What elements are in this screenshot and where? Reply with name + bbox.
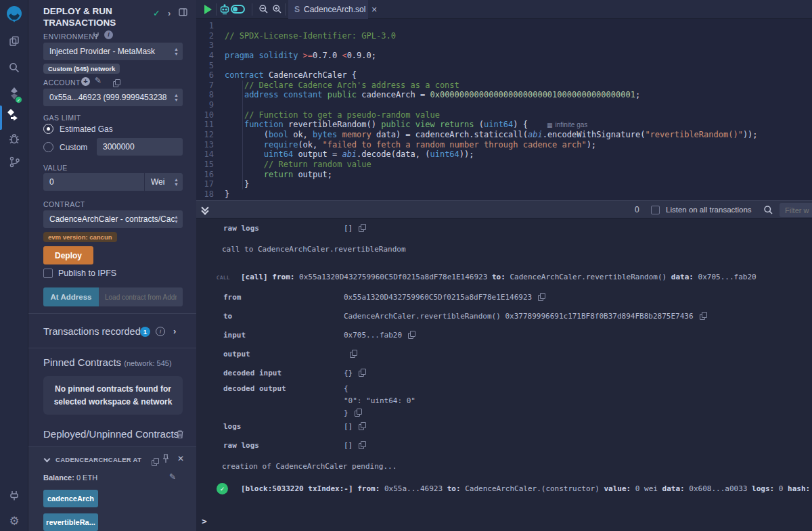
- search-icon[interactable]: [0, 62, 28, 74]
- pin-icon[interactable]: [162, 454, 170, 466]
- panel-collapse-icon[interactable]: ›: [168, 8, 171, 18]
- fork-icon[interactable]: [93, 30, 99, 43]
- log-value: []: [344, 422, 366, 431]
- code-line[interactable]: 11 function revertibleRandom() public vi…: [196, 120, 812, 130]
- add-account-icon[interactable]: +: [81, 77, 90, 86]
- code-line[interactable]: 1: [196, 21, 812, 31]
- copy-icon[interactable]: [350, 350, 357, 358]
- code-line[interactable]: 6contract CadenceArchCaler {: [196, 70, 812, 80]
- environment-select[interactable]: Injected Provider - MetaMask ▲▼: [43, 43, 183, 60]
- copy-account-icon[interactable]: [113, 79, 120, 87]
- contract-select[interactable]: CadenceArchCaler - contracts/Cac ▲▼: [43, 210, 183, 228]
- estimated-gas-label: Estimated Gas: [60, 124, 113, 134]
- transactions-expand-icon[interactable]: ›: [173, 326, 176, 336]
- code-line[interactable]: 15 // Return random value: [196, 160, 812, 170]
- copy-icon[interactable]: [355, 409, 362, 417]
- close-icon[interactable]: ✕: [177, 454, 184, 463]
- transaction-summary[interactable]: [call] from: 0x55a1320D432759960C5Df0215…: [241, 273, 757, 281]
- value-input[interactable]: 0: [43, 173, 144, 191]
- publish-ipfs-checkbox[interactable]: [43, 269, 53, 278]
- edit-balance-icon[interactable]: ✎: [169, 472, 176, 482]
- code-line[interactable]: 2// SPDX-License-Identifier: GPL-3.0: [196, 31, 812, 41]
- log-value: 0x55a1320D432759960C5Df0215a8dF78e1E1469…: [344, 293, 545, 302]
- terminal-row: input0x705...fab20: [196, 331, 812, 343]
- copy-icon[interactable]: [359, 422, 366, 430]
- code-token: >=: [303, 51, 313, 60]
- terminal-row: raw logs[]: [196, 441, 812, 453]
- copy-address-icon[interactable]: [152, 458, 159, 466]
- environment-label: ENVIRONMENT: [43, 32, 99, 41]
- terminal-filter-input[interactable]: [780, 203, 812, 217]
- at-address-button[interactable]: At Address: [43, 287, 99, 306]
- terminal-prompt[interactable]: >: [202, 516, 207, 526]
- copy-icon[interactable]: [408, 331, 415, 339]
- trash-icon[interactable]: [176, 430, 184, 442]
- code-line[interactable]: 18}: [196, 189, 812, 200]
- code-editor[interactable]: 12// SPDX-License-Identifier: GPL-3.034p…: [196, 19, 812, 200]
- settings-icon[interactable]: ⚙: [0, 515, 28, 527]
- cadencearch-function-button[interactable]: cadenceArch: [43, 490, 98, 507]
- deploy-run-icon[interactable]: [0, 108, 28, 120]
- copy-icon[interactable]: [538, 293, 545, 301]
- git-icon[interactable]: [0, 156, 28, 168]
- code-token: // Function to get a pseudo-random value: [244, 110, 440, 120]
- code-line[interactable]: 4pragma solidity >=0.7.0 <0.9.0;: [196, 51, 812, 61]
- at-address-input[interactable]: [99, 287, 183, 306]
- code-token: revertibleRandom(): [288, 120, 381, 129]
- file-explorer-icon[interactable]: [0, 35, 28, 47]
- debugger-icon[interactable]: [0, 133, 28, 145]
- code-line[interactable]: 5: [196, 61, 812, 71]
- transaction-summary[interactable]: [block:5033220 txIndex:-] from: 0x55a...…: [241, 484, 812, 493]
- run-script-icon[interactable]: [204, 5, 212, 14]
- code-line[interactable]: 12 (bool ok, bytes memory data) = cadenc…: [196, 130, 812, 140]
- account-select[interactable]: 0x55a...46923 (999.9999453238 ▲▼: [43, 89, 183, 106]
- plugin-manager-icon[interactable]: [0, 490, 28, 502]
- copy-icon[interactable]: [359, 441, 366, 449]
- code-line[interactable]: 17 }: [196, 179, 812, 189]
- zoom-in-icon[interactable]: [272, 4, 282, 17]
- environment-info-icon[interactable]: i: [104, 30, 113, 39]
- estimated-gas-radio[interactable]: [43, 124, 53, 134]
- custom-gas-radio[interactable]: [43, 142, 53, 152]
- transactions-recorded-title: Transactions recorded: [43, 326, 141, 337]
- code-line[interactable]: 8 address constant public cadenceArch = …: [196, 90, 812, 100]
- code-line[interactable]: 3: [196, 41, 812, 51]
- code-line[interactable]: 9: [196, 100, 812, 110]
- copy-icon[interactable]: [359, 224, 366, 232]
- code-line[interactable]: 16 return output;: [196, 170, 812, 180]
- sign-message-icon[interactable]: ✎: [95, 76, 102, 85]
- copy-icon[interactable]: [359, 369, 366, 377]
- code-token: abi: [528, 130, 543, 139]
- zoom-out-icon[interactable]: [258, 4, 269, 17]
- code-token: }: [225, 179, 249, 189]
- contract-instance-title[interactable]: CADENCEARCHCALER AT 0): [55, 456, 142, 463]
- transactions-info-icon[interactable]: i: [156, 327, 165, 336]
- revertiblerandom-function-button[interactable]: revertibleRa...: [43, 513, 98, 531]
- code-token: public view returns: [381, 120, 479, 129]
- solidity-compiler-icon[interactable]: [0, 87, 28, 100]
- line-number: 6: [196, 70, 225, 80]
- compiler-success-badge: ✓: [15, 96, 22, 103]
- listen-all-checkbox[interactable]: [651, 206, 660, 214]
- custom-gas-input[interactable]: 3000000: [97, 138, 183, 156]
- chevron-down-icon[interactable]: [44, 456, 51, 463]
- code-line[interactable]: 10 // Function to get a pseudo-random va…: [196, 110, 812, 120]
- tab-cadencearch[interactable]: S CadenceArch.sol ✕: [288, 0, 368, 19]
- copilot-toggle[interactable]: [231, 5, 245, 14]
- code-line[interactable]: 13 require(ok, "failed to fetch a random…: [196, 140, 812, 150]
- tab-close-icon[interactable]: ✕: [371, 5, 377, 14]
- remix-logo[interactable]: [0, 5, 28, 24]
- line-number: 2: [196, 31, 225, 41]
- code-line[interactable]: 14 uint64 output = abi.decode(data, (uin…: [196, 149, 812, 160]
- code-token: "revertibleRandom()": [645, 130, 743, 139]
- panel-pin-icon[interactable]: [179, 8, 187, 18]
- code-line[interactable]: 7 // Declare Cadence Arch's address as a…: [196, 80, 812, 91]
- code-token: function: [244, 120, 288, 129]
- ai-copilot-icon[interactable]: [219, 3, 230, 18]
- copy-icon[interactable]: [700, 312, 707, 320]
- deploy-button[interactable]: Deploy: [43, 246, 93, 264]
- log-value: { "0": "uint64: 0"}: [344, 384, 415, 421]
- terminal-search-icon[interactable]: [763, 205, 773, 218]
- value-unit-select[interactable]: Wei ▲▼: [144, 173, 183, 191]
- indent-guide: [242, 80, 243, 189]
